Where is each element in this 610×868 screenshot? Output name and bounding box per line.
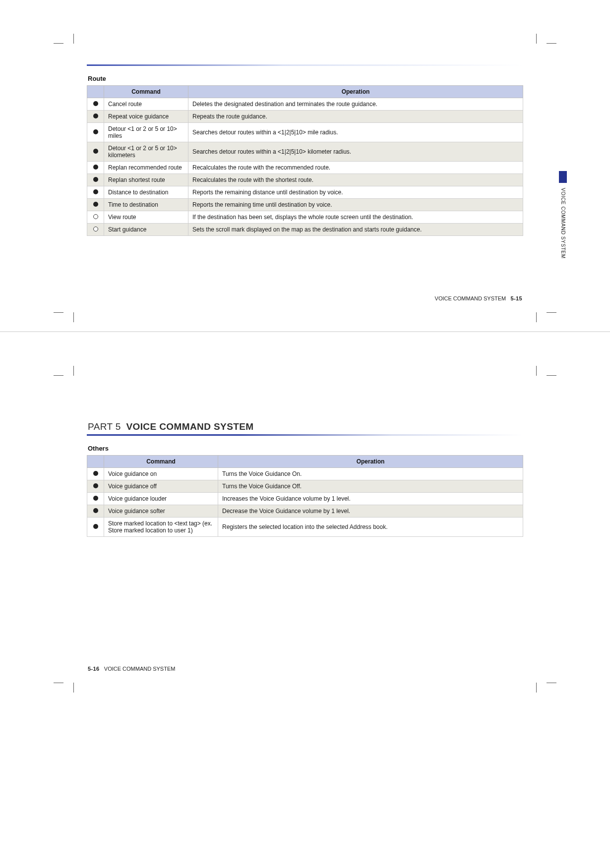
table-row: Cancel routeDeletes the designated desti… [87, 98, 523, 111]
row-command: Voice guidance on [104, 468, 218, 480]
row-operation: Repeats the route guidance. [188, 111, 523, 123]
circle-filled-icon [93, 149, 98, 154]
table-row: Voice guidance louderIncreases the Voice… [87, 493, 523, 505]
crop-mark [547, 683, 556, 683]
circle-hollow-icon [93, 214, 98, 219]
crop-mark [536, 683, 537, 693]
th-operation: Operation [188, 86, 523, 98]
crop-mark [536, 312, 537, 322]
circle-filled-icon [93, 483, 98, 488]
row-operation: If the destination has been set, display… [188, 211, 523, 224]
th-bullet [87, 86, 104, 98]
page-5-15: Route Command Operation Cancel routeDele… [0, 0, 610, 331]
row-command: Detour <1 or 2 or 5 or 10> kilometers [104, 142, 188, 162]
row-operation: Increases the Voice Guidance volume by 1… [218, 493, 523, 505]
crop-mark [547, 43, 556, 44]
circle-filled-icon [93, 524, 98, 529]
row-bullet [87, 211, 104, 224]
row-command: Voice guidance softer [104, 505, 218, 518]
row-bullet [87, 493, 104, 505]
table-row: Voice guidance offTurns the Voice Guidan… [87, 480, 523, 493]
page-footer: 5-16 VOICE COMMAND SYSTEM [87, 666, 523, 672]
crop-mark [54, 312, 63, 313]
table-row: Voice guidance onTurns the Voice Guidanc… [87, 468, 523, 480]
row-operation: Decrease the Voice Guidance volume by 1 … [218, 505, 523, 518]
row-bullet [87, 518, 104, 537]
row-command: Time to destination [104, 199, 188, 211]
circle-filled-icon [93, 165, 98, 170]
row-command: Detour <1 or 2 or 5 or 10> miles [104, 123, 188, 142]
row-bullet [87, 98, 104, 111]
row-bullet [87, 111, 104, 123]
footer-page-number: 5-15 [510, 295, 522, 301]
crop-mark [54, 43, 63, 44]
table-row: Store marked location to <text tag> (ex.… [87, 518, 523, 537]
row-operation: Registers the selected location into the… [218, 518, 523, 537]
part-rule [87, 434, 523, 436]
table-row: Replan shortest routeRecalculates the ro… [87, 174, 523, 186]
page-footer: VOICE COMMAND SYSTEM 5-15 [87, 295, 523, 301]
th-operation: Operation [218, 456, 523, 468]
row-bullet [87, 162, 104, 174]
th-command: Command [104, 456, 218, 468]
row-operation: Recalculates the route with the recommen… [188, 162, 523, 174]
row-bullet [87, 505, 104, 518]
crop-mark [536, 34, 537, 44]
row-operation: Deletes the designated destination and t… [188, 98, 523, 111]
table-row: Time to destinationReports the remaining… [87, 199, 523, 211]
table-row: View routeIf the destination has been se… [87, 211, 523, 224]
row-command: Distance to destination [104, 186, 188, 199]
circle-filled-icon [93, 177, 98, 182]
crop-mark [73, 683, 74, 693]
footer-section-label: VOICE COMMAND SYSTEM [435, 295, 506, 301]
circle-filled-icon [93, 508, 98, 513]
route-command-table: Command Operation Cancel routeDeletes th… [87, 85, 523, 236]
row-operation: Recalculates the route with the shortest… [188, 174, 523, 186]
section-title-route: Route [88, 75, 523, 82]
circle-filled-icon [93, 129, 98, 134]
section-side-tab: VOICE COMMAND SYSTEM [558, 171, 567, 259]
row-command: Store marked location to <text tag> (ex.… [104, 518, 218, 537]
footer-page-number: 5-16 [88, 666, 100, 672]
row-command: Replan shortest route [104, 174, 188, 186]
row-bullet [87, 480, 104, 493]
section-title-others: Others [88, 445, 523, 452]
side-tab-marker [559, 171, 567, 183]
row-operation: Reports the remaining distance until des… [188, 186, 523, 199]
row-bullet [87, 174, 104, 186]
th-bullet [87, 456, 104, 468]
row-bullet [87, 123, 104, 142]
row-command: Voice guidance off [104, 480, 218, 493]
row-command: Replan recommended route [104, 162, 188, 174]
table-row: Voice guidance softerDecrease the Voice … [87, 505, 523, 518]
row-command: Repeat voice guidance [104, 111, 188, 123]
circle-hollow-icon [93, 227, 98, 231]
row-operation: Turns the Voice Guidance On. [218, 468, 523, 480]
th-command: Command [104, 86, 188, 98]
row-command: Voice guidance louder [104, 493, 218, 505]
row-operation: Searches detour routes within a <1|2|5|1… [188, 123, 523, 142]
row-command: Start guidance [104, 224, 188, 236]
row-bullet [87, 186, 104, 199]
row-command: View route [104, 211, 188, 224]
table-row: Repeat voice guidanceRepeats the route g… [87, 111, 523, 123]
table-row: Detour <1 or 2 or 5 or 10> kilometersSea… [87, 142, 523, 162]
table-row: Replan recommended routeRecalculates the… [87, 162, 523, 174]
crop-mark [73, 34, 74, 44]
row-command: Cancel route [104, 98, 188, 111]
crop-mark [54, 683, 63, 683]
crop-mark [73, 312, 74, 322]
circle-filled-icon [93, 471, 98, 476]
row-bullet [87, 468, 104, 480]
circle-filled-icon [93, 496, 98, 501]
circle-filled-icon [93, 202, 98, 207]
row-bullet [87, 142, 104, 162]
circle-filled-icon [93, 189, 98, 194]
others-command-table: Command Operation Voice guidance onTurns… [87, 455, 523, 537]
header-rule [87, 64, 523, 66]
part-header: PART 5 VOICE COMMAND SYSTEM [87, 421, 523, 436]
crop-mark [547, 312, 556, 313]
circle-filled-icon [93, 114, 98, 118]
footer-section-label: VOICE COMMAND SYSTEM [104, 666, 176, 672]
circle-filled-icon [93, 101, 98, 106]
